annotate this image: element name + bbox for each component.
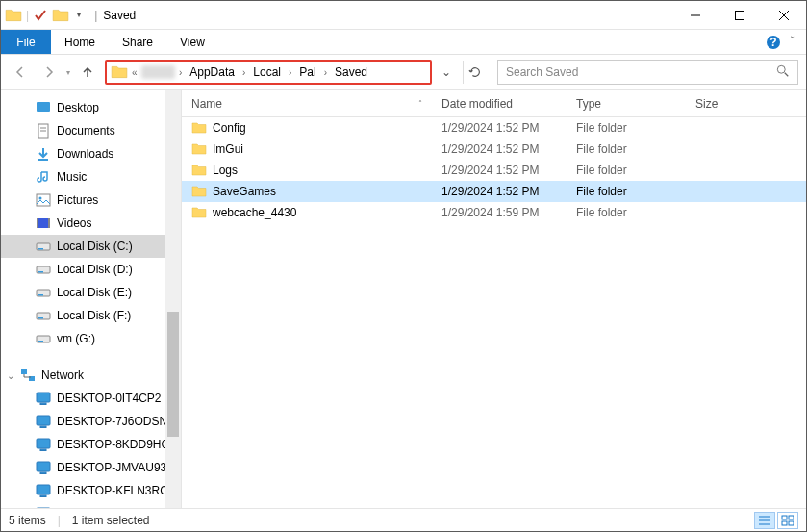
recent-dropdown-icon[interactable]: ▾ xyxy=(66,68,70,77)
ribbon-tabs: File Home Share View ? ⌄ xyxy=(1,30,806,55)
sidebar-item[interactable]: Local Disk (D:) xyxy=(1,258,181,281)
navigation-pane[interactable]: DesktopDocumentsDownloadsMusicPicturesVi… xyxy=(1,90,182,508)
chevron-right-icon[interactable]: › xyxy=(322,67,329,78)
monitor-icon xyxy=(36,483,51,498)
sidebar-network-computer[interactable]: DESKTOP-KFLN3RC xyxy=(1,479,181,502)
drive-icon xyxy=(36,285,51,300)
status-bar: 5 items | 1 item selected xyxy=(1,508,806,531)
svg-line-23 xyxy=(785,72,789,76)
chevron-right-icon[interactable]: › xyxy=(240,67,247,78)
chevron-right-icon[interactable]: › xyxy=(287,67,293,78)
folder-icon xyxy=(191,120,207,136)
file-name: Logs xyxy=(213,164,238,177)
sidebar-item[interactable]: vm (G:) xyxy=(1,327,181,350)
sidebar-item[interactable]: Music xyxy=(1,165,181,189)
file-list[interactable]: Config 1/29/2024 1:52 PM File folder ImG… xyxy=(182,117,806,508)
home-tab[interactable]: Home xyxy=(51,30,109,54)
sidebar-item[interactable]: Local Disk (E:) xyxy=(1,281,181,304)
close-button[interactable] xyxy=(762,1,806,30)
sidebar-item[interactable]: Videos xyxy=(1,212,181,235)
navigation-bar: ▾ « user › AppData › Local › Pal › Saved… xyxy=(1,55,806,89)
file-type: File folder xyxy=(567,185,686,198)
file-menu[interactable]: File xyxy=(1,30,51,54)
chevron-right-icon[interactable]: › xyxy=(177,67,184,78)
qat-dropdown-icon[interactable]: ▾ xyxy=(77,11,81,19)
maximize-button[interactable] xyxy=(718,1,762,30)
file-date: 1/29/2024 1:59 PM xyxy=(432,206,567,219)
sidebar-item-label: Downloads xyxy=(57,147,113,161)
folder-icon xyxy=(191,163,207,178)
monitor-icon xyxy=(36,506,51,508)
details-view-button[interactable] xyxy=(754,512,775,529)
column-header-size[interactable]: Size xyxy=(686,97,772,111)
sidebar-item[interactable]: Documents xyxy=(1,119,181,142)
help-icon[interactable]: ? xyxy=(766,30,781,54)
forward-button[interactable] xyxy=(38,61,61,84)
file-row[interactable]: ImGui 1/29/2024 1:52 PM File folder xyxy=(182,139,806,160)
qat-properties-icon[interactable] xyxy=(33,8,48,23)
monitor-icon xyxy=(36,460,51,475)
breadcrumb-hidden[interactable]: user xyxy=(141,65,175,79)
file-name: SaveGames xyxy=(213,185,276,198)
file-row[interactable]: SaveGames 1/29/2024 1:52 PM File folder xyxy=(182,181,806,202)
svg-point-22 xyxy=(777,65,785,73)
sidebar-network-computer[interactable]: DESKTOP-8KDD9HC xyxy=(1,433,181,456)
sidebar-network-computer[interactable]: DESKTOP-0IT4CP2 xyxy=(1,387,181,410)
sidebar-item-label: vm (G:) xyxy=(57,332,95,345)
sidebar-item[interactable]: Desktop xyxy=(1,96,181,119)
file-row[interactable]: Config 1/29/2024 1:52 PM File folder xyxy=(182,117,806,139)
back-button[interactable] xyxy=(9,61,32,84)
qat-separator: | xyxy=(26,9,29,22)
svg-rect-30 xyxy=(789,521,794,525)
sidebar-network-computer[interactable]: DESKTOP-7J6ODSN xyxy=(1,410,181,433)
sidebar-scrollbar[interactable] xyxy=(165,90,181,508)
search-icon[interactable] xyxy=(776,64,790,81)
column-headers[interactable]: Name˄ Date modified Type Size xyxy=(182,90,806,117)
file-row[interactable]: webcache_4430 1/29/2024 1:59 PM File fol… xyxy=(182,202,806,223)
drive-icon xyxy=(36,262,51,277)
breadcrumb-pal[interactable]: Pal xyxy=(295,65,319,79)
sidebar-network-computer[interactable]: DESKTOP-OAF8GOA xyxy=(1,502,181,508)
chevron-down-icon[interactable]: ⌄ xyxy=(7,370,14,381)
minimize-button[interactable] xyxy=(673,1,718,30)
svg-rect-17 xyxy=(736,11,744,19)
thumbnails-view-button[interactable] xyxy=(777,512,798,529)
column-header-date[interactable]: Date modified xyxy=(432,97,567,111)
folder-icon xyxy=(191,141,207,157)
file-type: File folder xyxy=(567,206,686,219)
breadcrumb-local[interactable]: Local xyxy=(249,65,285,79)
svg-text:?: ? xyxy=(769,36,776,49)
sidebar-item[interactable]: Pictures xyxy=(1,189,181,212)
file-name: webcache_4430 xyxy=(213,206,296,219)
ribbon-expand-icon[interactable]: ⌄ xyxy=(789,30,796,54)
share-tab[interactable]: Share xyxy=(109,30,166,54)
search-input[interactable]: Search Saved xyxy=(497,60,798,85)
sidebar-item[interactable]: Local Disk (F:) xyxy=(1,304,181,327)
file-date: 1/29/2024 1:52 PM xyxy=(432,142,567,156)
sidebar-item-label: Music xyxy=(57,170,87,184)
sidebar-item[interactable]: Downloads xyxy=(1,142,181,165)
monitor-icon xyxy=(36,391,51,406)
column-header-type[interactable]: Type xyxy=(567,97,686,111)
breadcrumb-appdata[interactable]: AppData xyxy=(186,65,239,79)
file-row[interactable]: Logs 1/29/2024 1:52 PM File folder xyxy=(182,160,806,181)
download-icon xyxy=(36,146,51,162)
up-button[interactable] xyxy=(76,61,99,84)
qat-folder-icon[interactable] xyxy=(52,7,69,24)
column-header-name[interactable]: Name˄ xyxy=(182,97,432,111)
drive-icon xyxy=(36,331,51,346)
breadcrumb-saved[interactable]: Saved xyxy=(331,65,371,79)
view-tab[interactable]: View xyxy=(166,30,218,54)
sidebar-network-computer[interactable]: DESKTOP-JMVAU93 xyxy=(1,456,181,479)
folder-icon xyxy=(191,205,207,220)
breadcrumb-overflow[interactable]: « xyxy=(130,67,139,78)
address-dropdown-icon[interactable]: ⌄ xyxy=(438,65,455,79)
folder-icon xyxy=(191,184,207,199)
address-bar[interactable]: « user › AppData › Local › Pal › Saved xyxy=(105,60,432,85)
sidebar-network[interactable]: ⌄Network xyxy=(1,364,181,387)
status-selected-count: 1 item selected xyxy=(72,514,150,527)
refresh-button[interactable] xyxy=(463,61,486,84)
sidebar-item[interactable]: Local Disk (C:) xyxy=(1,235,181,258)
sidebar-item-label: Local Disk (C:) xyxy=(57,240,133,253)
drive-icon xyxy=(36,308,51,323)
